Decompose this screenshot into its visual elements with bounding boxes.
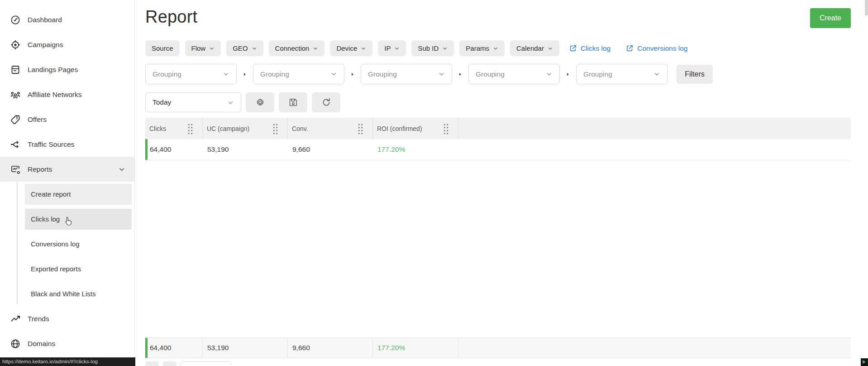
external-link-icon [626, 44, 634, 52]
reports-subnav: Create report Clicks log Conversions log… [0, 182, 134, 306]
sidebar-item-offers[interactable]: $ Offers [0, 107, 134, 132]
drag-handle-icon[interactable] [357, 123, 363, 135]
report-table: Clicks UC (campaign) Conv. ROI (confirme… [145, 118, 851, 358]
grouping-select-4[interactable]: Grouping [468, 64, 560, 84]
filter-chip-label: Sub ID [418, 44, 439, 52]
log-link-label: Clicks log [581, 44, 610, 53]
sidebar-subitem-exported-reports[interactable]: Exported reports [25, 256, 132, 281]
sidebar-item-domains[interactable]: Domains [0, 331, 134, 356]
sidebar-subitem-clicks-log[interactable]: Clicks log [25, 207, 132, 231]
grouping-select-2[interactable]: Grouping [253, 64, 344, 84]
filter-chip-label: Params [466, 44, 489, 52]
chevron-down-icon [438, 71, 445, 77]
filter-chip-label: Connection [275, 44, 310, 52]
grouping-select-1[interactable]: Grouping [145, 64, 237, 84]
create-button[interactable]: Create [810, 8, 851, 28]
trend-icon [10, 313, 21, 324]
grouping-placeholder: Grouping [368, 70, 397, 78]
sidebar-subitem-create-report[interactable]: Create report [25, 182, 132, 207]
sidebar-item-label: Landings Pages [28, 66, 78, 74]
chevron-down-icon [653, 71, 660, 77]
settings-button[interactable] [246, 92, 274, 112]
chevron-down-icon [548, 46, 553, 51]
scrollbar-thumb[interactable] [865, 0, 868, 15]
sidebar-item-campaigns[interactable]: Campaigns [0, 32, 134, 57]
filter-chip-source[interactable]: Source [145, 40, 180, 56]
settings-icon [255, 97, 265, 107]
split-icon [10, 139, 21, 150]
sidebar-subitem-black-and-white-lists[interactable]: Black and White Lists [25, 281, 132, 306]
chevron-down-icon [330, 71, 337, 77]
filters-button[interactable]: Filters [677, 65, 713, 84]
sidebar-item-traffic-sources[interactable]: Traffic Sources [0, 132, 134, 157]
totals-accent-bar [145, 338, 148, 358]
sidebar-subitem-label: Exported reports [31, 265, 81, 273]
chevron-down-icon [546, 71, 553, 77]
caret-right-icon [344, 72, 361, 77]
save-icon [288, 97, 298, 107]
table-totals-row: 64,40053,1909,660177.20% [145, 337, 851, 358]
sidebar-item-trends[interactable]: Trends [0, 306, 134, 331]
filter-chip-geo[interactable]: GEO [226, 40, 263, 56]
filter-chip-sub-id[interactable]: Sub ID [411, 40, 454, 56]
column-header-conv[interactable]: Conv. [288, 118, 373, 139]
date-range-value: Today [153, 98, 171, 106]
sidebar-item-affiliate-networks[interactable]: Affiliate Networks [0, 82, 134, 107]
column-header-filler[interactable] [458, 118, 851, 139]
filter-chip-device[interactable]: Device [330, 40, 372, 56]
pagination-next-button[interactable] [163, 361, 176, 366]
save-button[interactable] [279, 92, 307, 112]
sidebar-item-label: Trends [28, 315, 49, 323]
sidebar-item-label: Reports [28, 165, 52, 173]
grouping-row: Grouping Grouping Grouping Grouping Grou… [145, 64, 851, 84]
drag-handle-icon[interactable] [187, 123, 193, 135]
sidebar-item-label: Affiliate Networks [28, 91, 81, 99]
table-cell: 177.20% [373, 338, 458, 358]
sidebar-subitem-label: Clicks log [31, 215, 60, 223]
browser-status-url: https://demo.keitaro.io/admin/#!/clicks-… [0, 357, 135, 366]
target-icon [10, 39, 21, 50]
grouping-select-5[interactable]: Grouping [576, 64, 668, 84]
table-cell: 53,190 [203, 139, 288, 160]
link-clicks-log[interactable]: Clicks log [569, 44, 610, 53]
grouping-placeholder: Grouping [476, 70, 505, 78]
filter-chip-calendar[interactable]: Calendar [510, 40, 559, 56]
filter-chip-params[interactable]: Params [459, 40, 505, 56]
people-icon [10, 89, 21, 100]
table-cell-filler [458, 338, 851, 358]
grouping-placeholder: Grouping [153, 70, 181, 78]
main-content: Report Create Source Flow GEO Connection… [135, 0, 868, 366]
table-row: 64,40053,1909,660177.20% [145, 139, 851, 160]
filter-chip-flow[interactable]: Flow [185, 40, 221, 56]
link-conversions-log[interactable]: Conversions log [626, 44, 687, 53]
table-cell: 64,400 [145, 338, 203, 358]
drag-handle-icon[interactable] [443, 123, 448, 135]
column-header-uc-campaign[interactable]: UC (campaign) [203, 118, 288, 139]
sidebar-item-dashboard[interactable]: Dashboard [0, 7, 134, 32]
refresh-button[interactable] [312, 92, 340, 112]
pagination-prev-button[interactable] [145, 361, 159, 366]
mouse-cursor-icon [62, 216, 73, 227]
table-cell-filler [458, 139, 851, 160]
filter-chip-ip[interactable]: IP [378, 40, 406, 56]
filter-chip-label: Device [336, 44, 357, 52]
column-header-clicks[interactable]: Clicks [145, 118, 203, 139]
grouping-select-3[interactable]: Grouping [361, 64, 452, 84]
column-header-label: Clicks [149, 125, 166, 132]
page-size-select[interactable] [181, 361, 231, 366]
filter-chip-connection[interactable]: Connection [269, 40, 325, 56]
chevron-down-icon [209, 46, 215, 51]
grouping-placeholder: Grouping [583, 70, 612, 78]
sidebar-subitem-conversions-log[interactable]: Conversions log [25, 231, 132, 256]
column-header-roi-confirmed[interactable]: ROI (confirmed) [373, 118, 458, 139]
sidebar-subitem-label: Conversions log [31, 240, 80, 248]
log-link-label: Conversions log [637, 44, 687, 53]
sidebar-item-label: Campaigns [28, 41, 63, 49]
corner-badge [861, 358, 868, 366]
date-range-select[interactable]: Today [145, 92, 241, 112]
column-header-label: ROI (confirmed) [377, 125, 422, 132]
sidebar-item-landings-pages[interactable]: Landings Pages [0, 57, 134, 82]
filter-chip-row: Source Flow GEO Connection Device IP Sub… [145, 40, 851, 56]
sidebar-item-reports[interactable]: Reports [0, 157, 134, 182]
drag-handle-icon[interactable] [272, 123, 278, 135]
